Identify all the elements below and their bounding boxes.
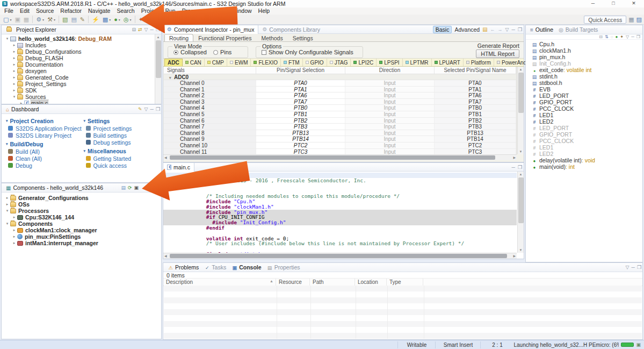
minimize-view-icon[interactable]: ─ <box>512 165 515 170</box>
expander-icon[interactable]: ▸ <box>12 56 17 60</box>
expander-icon[interactable]: ▾ <box>12 95 17 99</box>
tree-item[interactable]: ▸ doxygen <box>2 68 154 74</box>
tree-item[interactable]: ▸ SDK <box>2 87 154 94</box>
tree-item[interactable]: ▸ Cpu:S32K146_144 <box>2 214 161 220</box>
tree-item[interactable]: ▸ Documentation <box>2 61 154 68</box>
outline-item[interactable]: GPIO_PORT <box>526 131 642 138</box>
signal-row[interactable]: Channel 6 PTB2 Input PTB2 <box>164 118 516 124</box>
dashboard-link[interactable]: Debug <box>6 162 84 169</box>
toolbar-button[interactable]: ⚒ ▾ <box>46 15 56 24</box>
column-header[interactable]: Signals <box>164 67 256 74</box>
collapse-all-icon[interactable]: ⊟ <box>599 34 603 39</box>
toolbar-button[interactable]: ● ▾ <box>113 15 121 24</box>
menu-item[interactable]: Refactor <box>57 8 85 15</box>
column-header[interactable]: Path <box>310 279 355 286</box>
tab-build-targets[interactable]: ◎ Build Targets <box>556 25 600 34</box>
tree-item[interactable]: ▸ Generated_Code <box>2 74 154 81</box>
tree-item[interactable]: ▸ OSs <box>2 201 161 208</box>
toolbar-button[interactable]: ▩ ▾ <box>102 15 112 24</box>
toolbar-button[interactable]: ▧ ▾ <box>61 15 69 24</box>
tree-item[interactable]: ▸ pin_mux:PinSettings <box>2 233 161 240</box>
menu-item[interactable]: Source <box>33 8 57 15</box>
peripheral-tab[interactable]: LPI2C <box>351 59 377 66</box>
signal-row[interactable]: Channel 4 PTB0 Input PTB0 <box>164 105 516 111</box>
cpp-perspective-icon[interactable]: ▨ <box>636 16 642 23</box>
expander-icon[interactable]: ▸ <box>12 69 17 73</box>
dashboard-link[interactable]: Quick access <box>84 162 162 169</box>
tree-item[interactable]: ▸ Includes <box>2 42 154 48</box>
dashboard-link[interactable]: S32DS Application Project <box>6 125 84 132</box>
menu-item[interactable]: File <box>1 8 17 15</box>
filter-icon[interactable]: ✦ <box>620 34 624 39</box>
peripheral-tab[interactable]: ADC <box>164 59 183 66</box>
quick-access-button[interactable]: Quick Access <box>584 16 626 24</box>
expander-icon[interactable]: ▾ <box>169 76 171 80</box>
bottom-panel-tab[interactable]: Console <box>229 263 264 272</box>
outline-item[interactable]: LED2 <box>526 118 642 125</box>
tree-item[interactable]: ▸ intMan1:interrupt_manager <box>2 240 161 246</box>
view-menu-icon[interactable]: ▽ <box>505 27 509 32</box>
collapsed-radio[interactable]: Collapsed <box>173 49 207 55</box>
peripheral-tab[interactable]: Platform <box>464 59 494 66</box>
menu-item[interactable]: Search <box>113 8 138 15</box>
basic-mode-button[interactable]: Basic <box>433 26 452 33</box>
progress-console-icon[interactable]: ▣ <box>636 342 641 347</box>
back-icon[interactable]: ← <box>490 27 495 32</box>
maximize-view-icon[interactable]: ❒ <box>518 27 522 32</box>
signal-row[interactable]: Channel 0 PTA0 Input PTA0 <box>164 80 516 87</box>
expander-icon[interactable]: ▸ <box>5 196 10 200</box>
inspector-subtab[interactable]: Settings <box>288 34 318 41</box>
outline-item[interactable]: LED1 <box>526 112 642 118</box>
expander-icon[interactable]: ▸ <box>12 75 17 80</box>
inspector-subtab[interactable]: Routing <box>164 34 193 41</box>
edit-icon[interactable]: ✎ <box>138 105 142 114</box>
tree-item[interactable]: ▸ Project_Settings <box>2 81 154 87</box>
outline-item[interactable]: EVB <box>526 86 642 92</box>
maximize-view-icon[interactable]: ❒ <box>637 263 641 272</box>
expander-icon[interactable]: ▸ <box>12 82 17 86</box>
column-header[interactable]: Resource <box>276 279 310 286</box>
toolbar-button[interactable]: ⚡ ▾ <box>91 15 100 24</box>
hide-fields-icon[interactable]: ◌ <box>611 34 613 39</box>
expander-icon[interactable]: ▾ <box>5 209 10 213</box>
column-header[interactable]: Direction <box>345 67 435 74</box>
expander-icon[interactable]: ▸ <box>12 62 17 67</box>
view-menu-icon[interactable]: ▽ <box>144 105 148 114</box>
expander-icon[interactable]: ▸ <box>12 43 17 47</box>
expander-icon[interactable]: ▸ <box>12 88 17 92</box>
minimize-button[interactable]: ─ <box>583 0 603 8</box>
dashboard-link[interactable]: Build (All) <box>6 148 84 155</box>
expander-icon[interactable]: ▸ <box>12 241 17 245</box>
inspector-subtab[interactable]: Functional Properties <box>193 34 256 41</box>
generate-code-icon[interactable]: ⟳ <box>128 183 132 193</box>
toolbar-button[interactable]: ▤ ▾ <box>70 15 77 24</box>
perspective-icon[interactable]: ▦ <box>628 16 634 23</box>
dashboard-link[interactable]: Clean (All) <box>6 155 84 162</box>
outline-item[interactable]: LED_PORT <box>526 125 642 131</box>
maximize-view-icon[interactable]: ❒ <box>518 165 522 170</box>
outline-item[interactable]: main(void) : int <box>526 163 642 170</box>
tree-item[interactable]: ▾ Processors <box>2 208 161 214</box>
signal-row[interactable]: Channel 3 PTA7 Input PTA7 <box>164 99 516 105</box>
outline-item[interactable]: PCC_CLOCK <box>526 105 642 112</box>
toolbar-button[interactable]: ▾ <box>59 16 59 23</box>
tree-item[interactable]: ▾ Sources <box>2 94 154 100</box>
peripheral-tab[interactable]: JTAG <box>327 59 351 66</box>
menu-item[interactable]: Help <box>255 8 273 15</box>
expander-icon[interactable]: ▸ <box>12 234 17 239</box>
inspector-subtab[interactable]: Methods <box>256 34 287 41</box>
peripheral-tab[interactable]: LPUART <box>432 59 464 66</box>
expander-icon[interactable]: ▾ <box>5 37 10 41</box>
toolbar-button[interactable]: ⚙ ▾ <box>35 15 45 24</box>
maximize-view-icon[interactable]: ❒ <box>636 34 640 39</box>
minimize-view-icon[interactable]: ─ <box>631 34 634 39</box>
toolbar-button[interactable]: ◎ ▾ <box>122 15 133 24</box>
tree-item[interactable]: ▸ clockMan1:clock_manager <box>2 227 161 233</box>
column-header[interactable]: Description▲ <box>163 279 276 286</box>
expander-icon[interactable]: ▸ <box>12 228 17 232</box>
outline-item[interactable]: clockMan1.h <box>526 47 642 54</box>
view-menu-icon[interactable]: ▽ <box>626 34 629 39</box>
collapse-all-icon[interactable]: ▤ <box>121 183 126 193</box>
horizontal-scrollbar[interactable]: ◀ ▶ <box>163 253 517 259</box>
peripheral-tab[interactable]: LPTMR <box>403 59 432 66</box>
